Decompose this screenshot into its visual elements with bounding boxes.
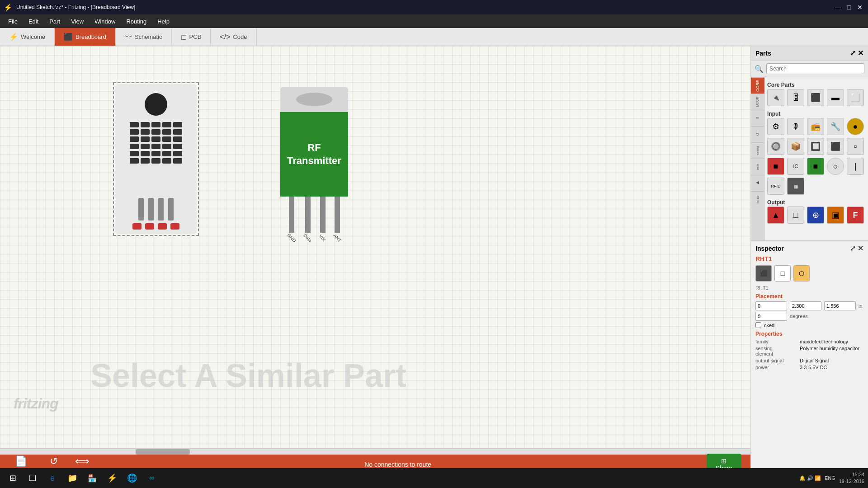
parts-tab-intel[interactable]: Intel xyxy=(751,159,764,175)
inspector-content: Inspector ⤢ ✕ RHT1 ⬛ □ ⬡ RHT1 Placement xyxy=(751,241,868,374)
minimize-button[interactable]: — xyxy=(834,3,843,12)
component-id-label: RHT1 xyxy=(755,255,863,263)
part-item-rfid[interactable]: RFID xyxy=(767,178,784,195)
part-output-blue[interactable]: ⊕ xyxy=(807,206,824,224)
inspector-expand-icon[interactable]: ⤢ xyxy=(850,244,856,253)
fritzing-taskbar-icon[interactable]: ⚡ xyxy=(103,470,121,486)
part-item[interactable]: ▬ xyxy=(827,89,844,106)
menu-window[interactable]: Window xyxy=(90,16,120,27)
parts-tab-refresh[interactable]: ↺ xyxy=(751,126,764,142)
part-item-green[interactable]: ■ xyxy=(807,158,824,175)
part-item-ic[interactable]: 📦 xyxy=(787,138,804,155)
start-button[interactable]: ⊞ xyxy=(4,470,22,486)
ie-icon[interactable]: e xyxy=(43,470,61,486)
part-item[interactable]: ⬛ xyxy=(807,89,824,106)
tab-schematic[interactable]: 〰 Schematic xyxy=(116,28,172,46)
pcb-view-icon[interactable]: ⬡ xyxy=(793,265,810,282)
breadboard-canvas[interactable]: fritzing Select A Similar Part xyxy=(0,46,750,448)
inspector-controls: ⤢ ✕ xyxy=(850,244,863,253)
part-item-pin[interactable]: | xyxy=(847,158,864,175)
parts-close-icon[interactable]: ✕ xyxy=(858,49,863,57)
part-item[interactable]: ⬜ xyxy=(847,89,864,106)
placement-locked-row: cked xyxy=(755,322,863,328)
parts-tab-mine[interactable]: MINE xyxy=(751,94,764,110)
menu-help[interactable]: Help xyxy=(153,16,174,27)
part-item-gear[interactable]: ⚙ xyxy=(767,118,784,135)
tab-breadboard[interactable]: ⬛ Breadboard xyxy=(55,28,116,46)
parts-tab-infinite[interactable]: ∞ xyxy=(751,110,764,126)
part-item-red-ic[interactable]: ■ xyxy=(767,158,784,175)
close-button[interactable]: ✕ xyxy=(855,3,864,12)
explorer-icon[interactable]: 📁 xyxy=(63,470,81,486)
maximize-button[interactable]: □ xyxy=(844,3,854,12)
parts-tab-core[interactable]: CORE xyxy=(751,77,764,94)
dht22-component[interactable] xyxy=(113,82,199,236)
tab-pcb-label: PCB xyxy=(189,33,202,40)
parts-search-row: 🔍 xyxy=(751,61,868,77)
tab-welcome[interactable]: ⚡ Welcome xyxy=(0,28,55,46)
parts-search-input[interactable] xyxy=(766,63,864,74)
task-view-button[interactable]: ❑ xyxy=(24,470,42,486)
part-item-symbol[interactable]: IC xyxy=(787,158,804,175)
part-output-led-red[interactable]: ▲ xyxy=(767,206,784,224)
chrome-icon[interactable]: 🌐 xyxy=(123,470,141,486)
locked-checkbox[interactable] xyxy=(755,322,761,328)
rf-pin-data: Data xyxy=(303,197,312,240)
part-item[interactable]: 🎛 xyxy=(787,89,804,106)
part-item-light[interactable]: ▫ xyxy=(847,138,864,155)
part-output-orange[interactable]: ▣ xyxy=(827,206,844,224)
pin-shaft-3 xyxy=(158,198,164,221)
store-icon[interactable]: 🏪 xyxy=(83,470,101,486)
window-title: Untitled Sketch.fzz* - Fritzing - [Bread… xyxy=(16,4,135,10)
part-item[interactable]: 🔌 xyxy=(767,89,784,106)
rf-transmitter-label: RFTransmitter xyxy=(287,141,341,167)
rotation-unit: degrees xyxy=(790,314,808,319)
breadboard-view-icon[interactable]: ⬛ xyxy=(755,265,772,282)
no-connections-status: No connections to route xyxy=(103,461,693,468)
dht22-cell xyxy=(162,122,171,127)
fritzing-watermark: fritzing xyxy=(14,395,58,412)
part-item-radio[interactable]: 📻 xyxy=(807,118,824,135)
parts-tab-arrow[interactable]: ▶ xyxy=(751,175,764,191)
part-item-circle[interactable]: ● xyxy=(847,118,864,135)
parts-core-parts-title: Core Parts xyxy=(767,80,865,89)
parts-tab-seeed[interactable]: seeed xyxy=(751,142,764,159)
placement-y-input[interactable] xyxy=(790,301,821,310)
part-item-sensor[interactable]: 🔲 xyxy=(807,138,824,155)
menu-routing[interactable]: Routing xyxy=(122,16,151,27)
arduino-icon[interactable]: ∞ xyxy=(143,470,161,486)
inspector-close-icon[interactable]: ✕ xyxy=(858,244,863,253)
menu-view[interactable]: View xyxy=(66,16,88,27)
menu-file[interactable]: File xyxy=(4,16,22,27)
horizontal-scrollbar[interactable] xyxy=(0,448,750,455)
placement-z-input[interactable] xyxy=(824,301,856,310)
parts-expand-icon[interactable]: ⤢ xyxy=(850,49,856,57)
schematic-view-icon[interactable]: □ xyxy=(774,265,791,282)
part-item-wrench[interactable]: 🔧 xyxy=(827,118,844,135)
rotation-input[interactable] xyxy=(755,312,787,321)
parts-header-controls: ⤢ ✕ xyxy=(850,49,863,57)
title-bar-controls[interactable]: — □ ✕ xyxy=(834,3,864,12)
tab-schematic-label: Schematic xyxy=(135,33,162,40)
breadboard-icon: ⬛ xyxy=(64,33,73,41)
part-item-oval[interactable]: ○ xyxy=(827,158,844,175)
dht22-cell xyxy=(173,129,182,135)
rf-pin-shaft-data xyxy=(305,197,311,233)
parts-tab-rfid[interactable]: RFID xyxy=(751,191,764,207)
menu-part[interactable]: Part xyxy=(45,16,65,27)
part-item-mic[interactable]: 🎙 xyxy=(787,118,804,135)
pcb-icon: ◻ xyxy=(181,33,187,41)
rf-transmitter-component[interactable]: RFTransmitter GND Data Vcc xyxy=(280,87,348,240)
part-output-white[interactable]: □ xyxy=(787,206,804,224)
tab-code[interactable]: </> Code xyxy=(211,28,256,46)
scrollbar-thumb[interactable] xyxy=(136,449,190,455)
placement-x-input[interactable] xyxy=(755,301,787,310)
part-item-dark[interactable]: ⬛ xyxy=(827,138,844,155)
select-similar-overlay: Select A Similar Part xyxy=(90,357,406,394)
dht22-cell xyxy=(151,158,160,164)
tab-pcb[interactable]: ◻ PCB xyxy=(172,28,211,46)
part-item-knob[interactable]: 🔘 xyxy=(767,138,784,155)
part-output-f[interactable]: F xyxy=(847,206,864,224)
menu-edit[interactable]: Edit xyxy=(24,16,43,27)
part-item-grid[interactable]: ▦ xyxy=(787,178,804,195)
